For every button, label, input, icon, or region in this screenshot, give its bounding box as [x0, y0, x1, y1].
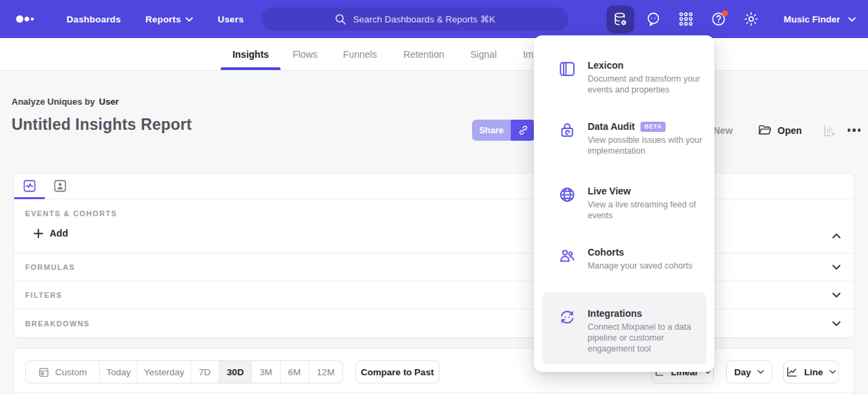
chevron-down-icon — [185, 17, 193, 22]
report-tabbar: Insights Flows Funnels Retention Signal … — [0, 38, 868, 71]
segment-label: 6M — [288, 367, 301, 377]
add-event-button[interactable]: Add — [33, 228, 68, 239]
segment-label: 12M — [317, 367, 334, 377]
menu-item-lexicon[interactable]: Lexicon Document and transform your even… — [558, 60, 704, 95]
link-icon — [518, 124, 529, 136]
insights-chart-tab[interactable] — [14, 173, 45, 199]
tab-flows[interactable]: Flows — [281, 38, 329, 70]
formulas-label: FORMULAS — [25, 263, 75, 271]
menu-item-title: Lexicon — [587, 60, 623, 71]
share-button[interactable]: Share — [472, 120, 511, 141]
date-range-custom[interactable]: Custom — [26, 361, 99, 383]
date-range-30d[interactable]: 30D — [219, 361, 251, 383]
tab-label: Funnels — [343, 49, 377, 60]
report-header: Analyze Uniques byUser Untitled Insights… — [12, 97, 192, 134]
nav-item-users[interactable]: Users — [208, 9, 253, 30]
chevron-down-icon — [829, 370, 836, 374]
chevron-up-icon[interactable] — [832, 233, 841, 239]
tab-insights[interactable]: Insights — [221, 38, 281, 70]
topbar: Dashboards Reports Users Search Dashboar… — [0, 0, 868, 38]
copy-link-button[interactable] — [511, 120, 535, 141]
tab-label: Retention — [403, 49, 444, 60]
date-range-3m[interactable]: 3M — [251, 361, 280, 383]
settings-icon[interactable] — [737, 5, 765, 33]
report-subtitle: Analyze Uniques byUser — [12, 97, 192, 107]
breakdowns-section[interactable]: BREAKDOWNS — [14, 309, 854, 338]
search-placeholder: Search Dashboards & Reports ⌘K — [353, 14, 495, 24]
topbar-icon-group — [607, 0, 765, 38]
events-cohorts-label: EVENTS & COHORTS — [25, 209, 843, 218]
report-title[interactable]: Untitled Insights Report — [12, 116, 192, 134]
cohorts-icon — [558, 247, 576, 265]
query-builder-panel: EVENTS & COHORTS Add FORMULAS FILTERS BR… — [14, 173, 854, 338]
chevron-down-icon — [757, 370, 764, 374]
open-report-button[interactable]: Open — [758, 124, 802, 136]
date-range-control: Custom Today Yesterday 7D 30D 3M 6M 12M — [25, 360, 343, 383]
tab-signal[interactable]: Signal — [457, 38, 510, 70]
more-options-icon[interactable] — [848, 128, 861, 132]
apps-grid-icon[interactable] — [672, 5, 700, 33]
beta-badge: BETA — [640, 122, 666, 132]
segment-label: 30D — [227, 367, 244, 377]
formulas-section[interactable]: FORMULAS — [14, 254, 854, 281]
data-management-dropdown: Lexicon Document and transform your even… — [534, 35, 715, 372]
segment-label: Yesterday — [144, 367, 185, 377]
integrations-icon — [558, 308, 576, 326]
events-cohorts-section: EVENTS & COHORTS Add — [14, 199, 854, 254]
filters-label: FILTERS — [25, 291, 62, 299]
folder-icon — [758, 124, 772, 136]
nav-users-label: Users — [217, 14, 244, 24]
interval-selector[interactable]: Day — [726, 360, 772, 383]
add-label: Add — [50, 228, 68, 239]
date-range-7d[interactable]: 7D — [190, 361, 219, 383]
project-switcher[interactable]: Music Finder — [784, 0, 856, 38]
chart-type-label: Line — [804, 367, 823, 377]
tab-retention[interactable]: Retention — [391, 38, 457, 70]
menu-item-title: Data Audit — [587, 121, 634, 132]
new-report-button[interactable]: New — [713, 125, 733, 136]
search-input[interactable]: Search Dashboards & Reports ⌘K — [261, 7, 568, 31]
line-chart-icon — [786, 366, 798, 377]
subtitle-measure-value[interactable]: User — [99, 97, 119, 107]
help-icon[interactable] — [704, 5, 732, 33]
toolbar-divider — [14, 392, 854, 393]
date-range-12m[interactable]: 12M — [308, 361, 342, 383]
menu-item-title: Integrations — [587, 308, 642, 319]
chart-type-selector[interactable]: Line — [783, 360, 839, 383]
menu-item-title: Live View — [587, 186, 631, 196]
date-range-today[interactable]: Today — [99, 361, 137, 383]
menu-item-data-audit[interactable]: Data Audit BETA View possible issues wit… — [558, 121, 704, 156]
menu-item-live-view[interactable]: Live View View a live streaming feed of … — [558, 186, 704, 221]
nav-item-reports[interactable]: Reports — [136, 9, 202, 30]
data-management-icon[interactable] — [607, 5, 634, 33]
date-range-6m[interactable]: 6M — [280, 361, 308, 383]
chevron-down-icon[interactable] — [832, 321, 841, 326]
subtitle-prefix: Analyze Uniques by — [12, 97, 95, 107]
share-split-button: Share — [472, 120, 535, 141]
nav-item-dashboards[interactable]: Dashboards — [57, 9, 130, 30]
menu-item-integrations[interactable]: Integrations Connect Mixpanel to a data … — [558, 308, 704, 354]
menu-item-cohorts[interactable]: Cohorts Manage your saved cohorts — [558, 247, 704, 271]
profiles-tab[interactable] — [45, 173, 75, 199]
messages-icon[interactable] — [639, 5, 667, 33]
compare-label: Compare to Past — [361, 367, 433, 377]
topbar-nav: Dashboards Reports Users — [57, 9, 253, 30]
segment-label: Custom — [55, 367, 87, 377]
segment-label: Today — [106, 367, 130, 377]
mixpanel-logo-icon[interactable] — [15, 14, 35, 24]
menu-item-description: View a live streaming feed of events — [587, 199, 704, 221]
chevron-down-icon[interactable] — [832, 292, 841, 298]
breakdowns-label: BREAKDOWNS — [25, 320, 90, 328]
compare-to-past-button[interactable]: Compare to Past — [355, 360, 439, 383]
tab-funnels[interactable]: Funnels — [329, 38, 391, 70]
add-to-dashboard-icon[interactable] — [822, 124, 836, 137]
date-range-yesterday[interactable]: Yesterday — [137, 361, 190, 383]
filters-section[interactable]: FILTERS — [14, 281, 854, 309]
query-panel-tabs — [14, 173, 854, 199]
plus-icon — [33, 228, 43, 239]
menu-item-description: Document and transform your events and p… — [587, 73, 704, 95]
tab-label: Signal — [471, 49, 497, 60]
lexicon-icon — [558, 60, 576, 78]
tab-label: Flows — [293, 49, 318, 60]
chevron-down-icon[interactable] — [832, 264, 841, 270]
